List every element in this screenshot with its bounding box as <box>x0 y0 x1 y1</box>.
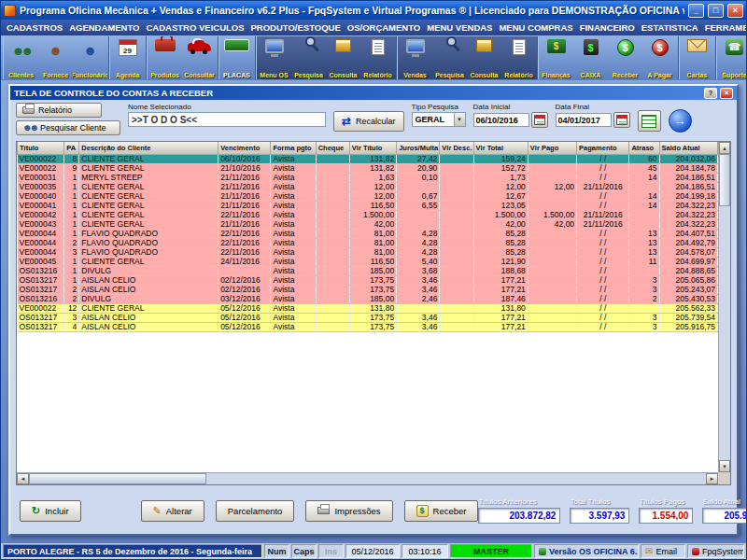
toolbar-vendas[interactable]: Vendas <box>398 36 432 79</box>
toolbar-financas[interactable]: Finanças <box>539 36 573 79</box>
table-row[interactable]: VE00002212CLIENTE GERAL05/12/2016Avista1… <box>18 303 718 313</box>
table-row[interactable]: OS0132171AISLAN CELIO02/12/2016Avista173… <box>18 275 718 285</box>
column-header-vlr-desc[interactable]: Vlr Desc. <box>440 142 473 154</box>
menu-item-menu-compras[interactable]: MENU COMPRAS <box>499 22 572 33</box>
toolbar-receber[interactable]: Receber <box>608 36 642 79</box>
table-cell: 159,24 <box>473 154 528 163</box>
toolbar-funcionario[interactable]: Funcionário <box>73 36 107 79</box>
column-header-titulo[interactable]: Título <box>18 142 64 154</box>
table-row[interactable]: VE0000442FLÁVIO QUADRADO22/11/2016Avista… <box>18 238 718 247</box>
toolbar-caixa[interactable]: CAIXA <box>573 36 608 79</box>
toolbar-produtos[interactable]: Produtos <box>148 36 182 79</box>
horizontal-scroll-track[interactable] <box>206 473 706 484</box>
horizontal-scroll-thumb[interactable] <box>29 473 206 484</box>
column-header-pagamento[interactable]: Pagamento <box>577 142 629 154</box>
table-row[interactable]: VE0000443FLÁVIO QUADRADO22/11/2016Avista… <box>18 247 718 257</box>
toolbar-menu-os[interactable]: Menu OS <box>257 36 291 79</box>
data-final-input[interactable] <box>556 113 612 127</box>
toolbar-suporte[interactable]: Suporte <box>717 36 747 79</box>
table-row[interactable]: OS0132162DIVULG03/12/2016Avista185,002,4… <box>18 294 718 303</box>
scroll-down-icon[interactable]: ▼ <box>719 460 730 472</box>
column-header-juros-multa[interactable]: Juros/Multa <box>397 142 440 154</box>
data-inicial-input[interactable] <box>473 113 529 127</box>
table-row[interactable]: OS0132161DIVULGAvista185,003,68188,68/ /… <box>18 266 718 275</box>
toolbar-fornece[interactable]: Fornece <box>38 36 73 79</box>
parcelamento-button[interactable]: Parcelamento <box>216 500 295 522</box>
data-inicial-calendar-button[interactable] <box>531 112 548 128</box>
maximize-button[interactable]: □ <box>708 4 724 18</box>
nome-selecionado-input[interactable] <box>128 112 326 127</box>
data-final-calendar-button[interactable] <box>613 112 630 128</box>
vertical-scrollbar[interactable]: ▲ ▼ <box>718 142 730 472</box>
toolbar-consulta[interactable]: Consulta <box>326 36 360 79</box>
panel-close-button[interactable]: × <box>720 88 733 99</box>
toolbar-agenda[interactable]: Agenda <box>110 36 145 79</box>
menu-item-estatistica[interactable]: ESTATISTICA <box>641 22 698 33</box>
column-header-vlr-titulo[interactable]: Vlr Título <box>349 142 396 154</box>
toolbar-relatorio[interactable]: Relatório <box>501 36 536 79</box>
table-row[interactable]: VE0000421CLIENTE GERAL22/11/2016Avista1.… <box>18 210 718 219</box>
vertical-scroll-track[interactable] <box>719 206 730 460</box>
panel-help-button[interactable]: ? <box>704 88 717 99</box>
column-header-vlr-pago[interactable]: Vlr Pago <box>528 142 576 154</box>
table-row[interactable]: VE0000228CLIENTE GERAL06/10/2016Avista13… <box>18 154 718 163</box>
menu-item-menu-vendas[interactable]: MENU VENDAS <box>427 22 492 33</box>
menu-item-produto-estoque[interactable]: PRODUTO/ESTOQUE <box>251 22 341 33</box>
export-spreadsheet-button[interactable] <box>638 110 661 132</box>
recalcular-button[interactable]: ⇄ Recalcular <box>333 111 404 132</box>
menu-item-agendamento[interactable]: AGENDAMENTO <box>69 22 139 33</box>
toolbar-placas[interactable]: PLACAS <box>219 36 254 79</box>
pesquisar-cliente-button[interactable]: Pesquisar Cliente <box>16 120 120 135</box>
column-header-cheque[interactable]: Cheque <box>316 142 349 154</box>
status-email[interactable]: ✉ Email <box>641 544 685 558</box>
table-row[interactable]: OS0132172AISLAN CELIO02/12/2016Avista173… <box>18 285 718 294</box>
table-row[interactable]: VE0000411CLIENTE GERAL21/11/2016Avista11… <box>18 201 718 210</box>
menu-item-financeiro[interactable]: FINANCEIRO <box>580 22 635 33</box>
table-cell <box>440 210 473 219</box>
column-header-forma-pgto[interactable]: Forma pgto <box>271 142 316 154</box>
table-row[interactable]: VE0000441FLÁVIO QUADRADO22/11/2016Avista… <box>18 229 718 238</box>
toolbar-consultar[interactable]: Consultar <box>182 36 217 79</box>
column-header-saldo-atual[interactable]: Saldo Atual <box>659 142 717 154</box>
toolbar-consulta[interactable]: Consulta <box>467 36 501 79</box>
incluir-button[interactable]: Incluir <box>20 500 81 522</box>
minimize-button[interactable]: _ <box>688 4 704 18</box>
table-cell: OS013217 <box>18 313 64 322</box>
column-header-vlr-total[interactable]: Vlr Total <box>473 142 528 154</box>
table-row[interactable]: OS0132174AISLAN CELIO05/12/2016Avista173… <box>18 322 718 331</box>
tipo-pesquisa-select[interactable]: GERAL ▼ <box>412 112 466 127</box>
column-header-pa[interactable]: PA <box>64 142 79 154</box>
menu-item-cadastro-veiculos[interactable]: CADASTRO VEICULOS <box>146 22 244 33</box>
table-row[interactable]: VE0000431CLIENTE GERAL21/11/2016Avista42… <box>18 219 718 229</box>
toolbar-cartas[interactable]: Cartas <box>680 36 714 79</box>
table-row[interactable]: VE0000401CLIENTE GERAL21/11/2016Avista12… <box>18 191 718 201</box>
close-button[interactable]: × <box>727 4 743 18</box>
column-header-descricao-do-cliente[interactable]: Descrição do Cliente <box>79 142 218 154</box>
menu-item-ferramentas[interactable]: FERRAMENTAS <box>705 22 747 33</box>
toolbar-pesquisa[interactable]: Pesquisa <box>432 36 467 79</box>
alterar-button[interactable]: Alterar <box>141 500 204 522</box>
vertical-scroll-thumb[interactable] <box>719 154 730 206</box>
toolbar-clientes[interactable]: Clientes <box>4 36 38 79</box>
toolbar-a-pagar[interactable]: A Pagar <box>642 36 677 79</box>
table-row[interactable]: VE0000229CLIENTE GERAL21/10/2016Avista13… <box>18 163 718 173</box>
relatorio-button[interactable]: Relatório <box>16 103 102 118</box>
horizontal-scrollbar[interactable]: ◄ ► <box>17 472 718 484</box>
table-cell: 185,00 <box>349 266 396 275</box>
scroll-right-icon[interactable]: ► <box>706 473 718 484</box>
menu-item-cadastros[interactable]: CADASTROS <box>7 22 63 33</box>
column-header-atraso[interactable]: Atraso <box>629 142 659 154</box>
table-row[interactable]: VE0000451CLIENTE GERAL24/11/2016Avista11… <box>18 257 718 266</box>
toolbar-relatorio[interactable]: Relatório <box>360 36 395 79</box>
table-row[interactable]: VE0000311MERYL STREEP21/11/2016Avista1,6… <box>18 173 718 182</box>
impressoes-button[interactable]: Impressões <box>305 500 392 522</box>
toolbar-pesquisa[interactable]: Pesquisa <box>291 36 326 79</box>
scroll-left-icon[interactable]: ◄ <box>17 473 29 484</box>
menu-item-os-orcamento[interactable]: OS/ORÇAMENTO <box>347 22 420 33</box>
receber-button[interactable]: Receber <box>404 500 479 522</box>
scroll-up-icon[interactable]: ▲ <box>719 142 730 154</box>
table-row[interactable]: OS0132173AISLAN CELIO05/12/2016Avista173… <box>18 313 718 322</box>
table-row[interactable]: VE0000351CLIENTE GERAL21/11/2016Avista12… <box>18 182 718 191</box>
go-button[interactable]: → <box>669 109 692 133</box>
column-header-vencimento[interactable]: Vencimento <box>218 142 271 154</box>
